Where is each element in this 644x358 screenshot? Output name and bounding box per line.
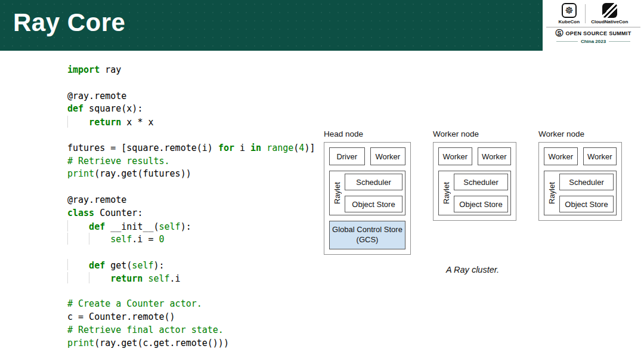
kubecon-label: KubeCon bbox=[559, 19, 580, 24]
code-token: .i bbox=[170, 273, 181, 284]
code-token: import bbox=[67, 64, 100, 75]
code-token: )] bbox=[304, 143, 315, 153]
ray-cluster-diagram: Head node Driver Worker Raylet Scheduler… bbox=[324, 129, 622, 255]
edition-label: China 2023 bbox=[581, 39, 606, 44]
raylet-box: Raylet Scheduler Object Store bbox=[544, 171, 617, 215]
node-label: Worker node bbox=[538, 129, 622, 138]
raylet-contents: Scheduler Object Store bbox=[559, 174, 614, 212]
code-token: def bbox=[89, 221, 105, 232]
code-token bbox=[261, 143, 267, 153]
code-line: # Retrieve results. bbox=[67, 155, 315, 168]
code-block: import ray @ray.remotedef square(x):retu… bbox=[67, 64, 315, 350]
code-token: @ray.remote bbox=[67, 91, 126, 101]
code-token: print bbox=[67, 168, 94, 179]
code-token: ): bbox=[153, 260, 164, 271]
driver-box: Driver bbox=[329, 147, 365, 165]
summit-label: OPEN SOURCE SUMMIT bbox=[566, 30, 631, 36]
code-line: def __init__(self): bbox=[67, 220, 315, 233]
scheduler-box: Scheduler bbox=[454, 174, 508, 190]
cloudnativecon-label: CloudNativeCon bbox=[591, 19, 628, 24]
code-line bbox=[67, 77, 315, 90]
code-token: (ray.get(futures)) bbox=[94, 168, 191, 179]
code-token: ( bbox=[293, 143, 299, 153]
open-source-summit-row: Ⓢ OPEN SOURCE SUMMIT bbox=[546, 27, 640, 37]
code-token: .i = bbox=[132, 234, 159, 245]
code-token: in bbox=[250, 143, 261, 153]
worker-box: Worker bbox=[583, 147, 617, 165]
object-store-box: Object Store bbox=[559, 196, 614, 212]
worker-node-1: Worker node Worker Worker Raylet Schedul… bbox=[433, 129, 516, 221]
code-line: @ray.remote bbox=[67, 90, 315, 103]
raylet-label: Raylet bbox=[441, 174, 451, 212]
worker-box: Worker bbox=[370, 147, 406, 165]
summit-s-icon: Ⓢ bbox=[556, 29, 564, 37]
code-token: ): bbox=[181, 221, 191, 232]
code-line: def square(x): bbox=[67, 103, 315, 116]
code-line: self.i = 0 bbox=[67, 233, 315, 246]
process-row: Driver Worker bbox=[329, 147, 405, 165]
node-box: Worker Worker Raylet Scheduler Object St… bbox=[538, 142, 622, 221]
code-token: def bbox=[89, 260, 105, 271]
code-line: import ray bbox=[67, 64, 315, 77]
worker-box: Worker bbox=[544, 147, 578, 165]
code-token: futures = [square.remote(i) bbox=[67, 143, 218, 153]
object-store-box: Object Store bbox=[345, 196, 402, 212]
indent-guide bbox=[67, 116, 89, 128]
logo-divider bbox=[585, 4, 586, 23]
indent-guide bbox=[67, 259, 89, 271]
logo-row: ☸ KubeCon CloudNativeCon bbox=[559, 3, 628, 24]
code-token: for bbox=[218, 143, 234, 153]
node-box: Driver Worker Raylet Scheduler Object St… bbox=[324, 142, 411, 255]
worker-box: Worker bbox=[478, 147, 512, 165]
indent-guide bbox=[89, 233, 110, 245]
raylet-label: Raylet bbox=[332, 174, 342, 212]
code-line bbox=[67, 129, 315, 142]
cube-icon bbox=[602, 3, 617, 18]
cloudnativecon-logo: CloudNativeCon bbox=[591, 3, 628, 24]
raylet-contents: Scheduler Object Store bbox=[345, 174, 402, 212]
code-token: Counter: bbox=[94, 208, 143, 218]
code-token: (ray.get(c.get.remote())) bbox=[94, 338, 229, 348]
indent-guide bbox=[67, 272, 89, 284]
raylet-label: Raylet bbox=[547, 174, 557, 212]
code-line: class Counter: bbox=[67, 207, 315, 220]
code-token: # Create a Counter actor. bbox=[67, 298, 202, 309]
code-token: x * x bbox=[121, 117, 153, 128]
code-token: ray bbox=[100, 64, 121, 75]
code-token: return bbox=[110, 273, 143, 284]
code-line bbox=[67, 181, 315, 194]
code-token: get( bbox=[105, 260, 132, 271]
worker-node-2: Worker node Worker Worker Raylet Schedul… bbox=[538, 129, 622, 221]
scheduler-box: Scheduler bbox=[345, 174, 402, 190]
code-line: def get(self): bbox=[67, 259, 315, 272]
edition-row: China 2023 bbox=[556, 39, 630, 44]
code-token: return bbox=[89, 117, 121, 128]
code-line: print(ray.get(futures)) bbox=[67, 168, 315, 181]
raylet-contents: Scheduler Object Store bbox=[454, 174, 508, 212]
raylet-box: Raylet Scheduler Object Store bbox=[329, 171, 405, 215]
code-line: @ray.remote bbox=[67, 194, 315, 207]
code-token: def bbox=[67, 103, 83, 114]
code-token: self bbox=[132, 260, 153, 271]
code-line bbox=[67, 285, 315, 298]
code-line: futures = [square.remote(i) for i in ran… bbox=[67, 142, 315, 155]
slide: Ray Core ☸ KubeCon CloudNativeCon Ⓢ OPEN… bbox=[0, 0, 644, 358]
node-label: Worker node bbox=[433, 129, 516, 138]
code-token: square(x): bbox=[83, 103, 143, 114]
indent-guide bbox=[67, 233, 89, 245]
process-row: Worker Worker bbox=[438, 147, 511, 165]
code-line: c = Counter.remote() bbox=[67, 311, 315, 324]
code-line: return self.i bbox=[67, 272, 315, 285]
indent-guide bbox=[67, 220, 89, 232]
raylet-box: Raylet Scheduler Object Store bbox=[438, 171, 511, 215]
node-label: Head node bbox=[324, 129, 411, 138]
code-token: @ray.remote bbox=[67, 195, 126, 205]
code-token: self bbox=[159, 221, 181, 232]
head-node: Head node Driver Worker Raylet Scheduler… bbox=[324, 129, 411, 255]
scheduler-box: Scheduler bbox=[559, 174, 614, 190]
code-token: __init__( bbox=[105, 221, 159, 232]
code-token: # Retrieve final actor state. bbox=[67, 325, 224, 335]
code-token: # Retrieve results. bbox=[67, 156, 170, 166]
code-line bbox=[67, 246, 315, 259]
code-token: 0 bbox=[159, 234, 165, 245]
